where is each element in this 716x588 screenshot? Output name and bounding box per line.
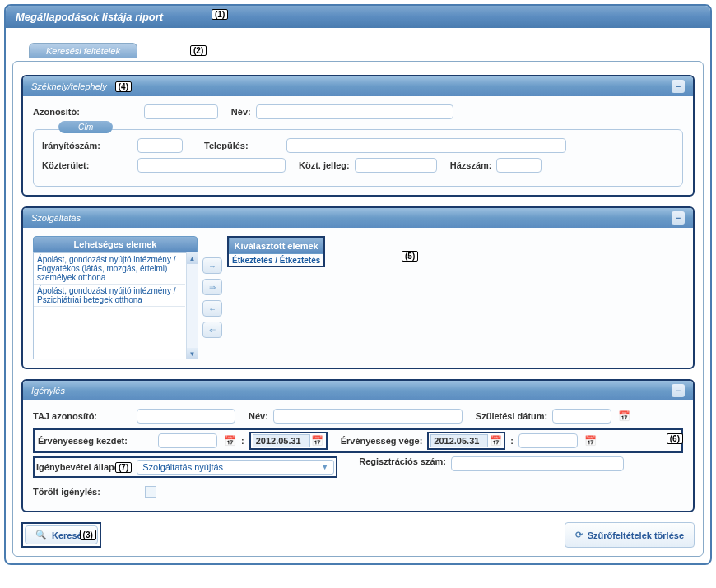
address-legend: Cím bbox=[58, 121, 113, 133]
section-service-title: Szolgáltatás bbox=[31, 213, 81, 223]
move-left-all-button[interactable]: ⇐ bbox=[202, 322, 222, 338]
page-title-bar: Megállapodások listája riport (1) bbox=[6, 6, 710, 28]
section-hq: Székhely/telephely (4) − Azonosító: Név: bbox=[21, 75, 695, 197]
annotation-4: (4) bbox=[115, 81, 132, 92]
tab-body: Székhely/telephely (4) − Azonosító: Név: bbox=[12, 61, 704, 557]
clear-filters-button[interactable]: ⟳ Szűrőfeltételek törlése bbox=[565, 522, 695, 548]
valid-to-end-input[interactable] bbox=[518, 433, 578, 448]
street-type-input[interactable] bbox=[355, 158, 437, 173]
main-panel: Megállapodások listája riport (1) Keresé… bbox=[4, 4, 712, 565]
zip-label: Irányítószám: bbox=[42, 141, 133, 150]
chevron-down-icon: ▼ bbox=[321, 463, 328, 471]
calendar-icon[interactable]: 📅 bbox=[489, 434, 502, 447]
scroll-down-icon[interactable]: ▼ bbox=[187, 348, 198, 359]
calendar-icon[interactable]: 📅 bbox=[617, 410, 630, 423]
address-fieldset: Cím Irányítószám: Település: Közterület: bbox=[33, 129, 683, 187]
claim-name-label: Név: bbox=[249, 411, 268, 421]
zip-input[interactable] bbox=[137, 138, 183, 153]
birth-input[interactable] bbox=[552, 409, 611, 424]
section-claim-title: Igénylés bbox=[31, 386, 65, 396]
page-title: Megállapodások listája riport bbox=[16, 11, 163, 23]
annotation-1: (1) bbox=[212, 9, 228, 20]
available-header: Lehetséges elemek bbox=[33, 236, 198, 252]
annotation-5: (5) bbox=[402, 251, 418, 262]
deleted-label: Törölt igénylés: bbox=[33, 487, 140, 497]
taj-input[interactable] bbox=[137, 409, 235, 424]
valid-to-label: Érvényesség vége: bbox=[341, 436, 423, 446]
houseno-label: Házszám: bbox=[450, 160, 492, 170]
houseno-input[interactable] bbox=[496, 158, 542, 173]
collapse-button[interactable]: − bbox=[672, 384, 685, 397]
annotation-6: (6) bbox=[667, 433, 683, 444]
available-listbox[interactable]: Ápolást, gondozást nyújtó intézmény / Fo… bbox=[33, 252, 198, 359]
taj-label: TAJ azonosító: bbox=[33, 411, 132, 421]
city-input[interactable] bbox=[286, 138, 566, 153]
reg-label: Regisztrációs szám: bbox=[359, 456, 446, 478]
valid-from-start-input[interactable] bbox=[158, 433, 217, 448]
colon: : bbox=[510, 436, 514, 446]
valid-from-label: Érvényesség kezdet: bbox=[38, 436, 153, 446]
annotation-3: (3) bbox=[80, 530, 96, 540]
collapse-button[interactable]: − bbox=[672, 211, 685, 225]
search-icon: 🔍 bbox=[35, 530, 47, 540]
colon: : bbox=[241, 436, 244, 446]
move-right-button[interactable]: → bbox=[202, 257, 222, 274]
valid-from-end-value[interactable]: 2012.05.31 bbox=[253, 434, 310, 447]
annotation-7: (7) bbox=[115, 462, 132, 473]
scrollbar[interactable]: ▲ ▼ bbox=[186, 252, 198, 359]
refresh-icon: ⟳ bbox=[575, 530, 583, 540]
annotation-2: (2) bbox=[190, 45, 207, 56]
id-label: Azonosító: bbox=[33, 107, 80, 117]
id-input[interactable] bbox=[144, 104, 218, 119]
list-item[interactable]: Ápolást, gondozást nyújtó intézmény / Ps… bbox=[34, 285, 185, 307]
section-service: Szolgáltatás − Lehetséges elemek Ápolást… bbox=[21, 206, 695, 369]
reg-input[interactable] bbox=[451, 456, 624, 471]
selected-header: Kiválasztott elemek bbox=[229, 238, 323, 254]
calendar-icon[interactable]: 📅 bbox=[223, 434, 236, 447]
valid-to-start-value[interactable]: 2012.05.31 bbox=[430, 434, 488, 447]
name-input[interactable] bbox=[256, 104, 453, 119]
city-label: Település: bbox=[204, 141, 249, 150]
move-left-button[interactable]: ← bbox=[202, 300, 222, 317]
street-input[interactable] bbox=[137, 158, 286, 173]
claim-name-input[interactable] bbox=[273, 409, 463, 424]
selected-item[interactable]: Étkeztetés / Étkeztetés bbox=[229, 254, 323, 266]
list-item[interactable]: Ápolást, gondozást nyújtó intézmény / Fo… bbox=[34, 253, 185, 285]
section-claim: Igénylés − TAJ azonosító: Név: Születési… bbox=[21, 379, 695, 512]
tab-search-criteria[interactable]: Keresési feltételek bbox=[29, 43, 137, 58]
calendar-icon[interactable]: 📅 bbox=[311, 434, 324, 447]
status-label: Igénybevétel állapota: bbox=[36, 462, 110, 472]
move-right-all-button[interactable]: ⇒ bbox=[202, 279, 222, 295]
deleted-checkbox[interactable] bbox=[145, 486, 156, 498]
status-dropdown[interactable]: Szolgáltatás nyújtás ▼ bbox=[137, 460, 334, 475]
scroll-up-icon[interactable]: ▲ bbox=[187, 252, 198, 264]
street-type-label: Közt. jelleg: bbox=[299, 160, 350, 170]
calendar-icon[interactable]: 📅 bbox=[583, 434, 597, 447]
name-label: Név: bbox=[231, 107, 251, 117]
birth-label: Születési dátum: bbox=[476, 411, 547, 421]
collapse-button[interactable]: − bbox=[672, 80, 685, 93]
section-hq-title: Székhely/telephely bbox=[31, 81, 107, 91]
street-label: Közterület: bbox=[42, 160, 133, 170]
